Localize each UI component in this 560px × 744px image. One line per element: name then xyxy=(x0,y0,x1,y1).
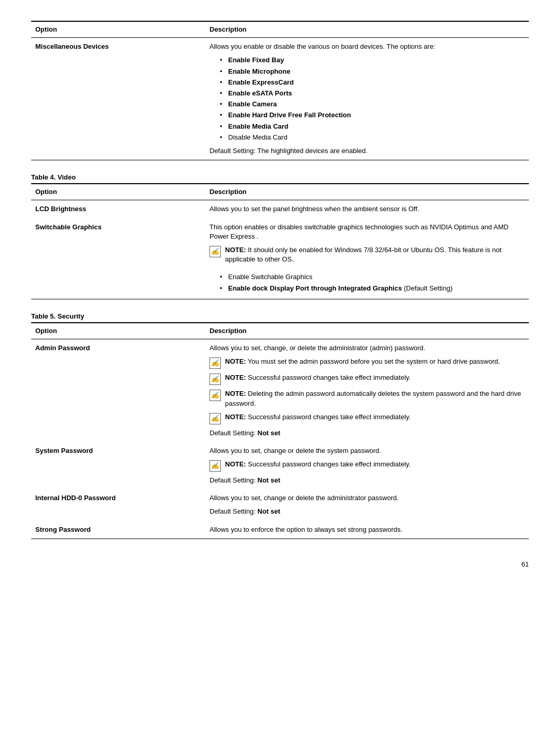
note-text: NOTE: Successful password changes take e… xyxy=(225,373,411,382)
note-text: NOTE: Successful password changes take e… xyxy=(225,460,411,469)
note-label: NOTE: xyxy=(225,413,246,421)
strong-pw-option: Strong Password xyxy=(31,521,205,539)
note-content: You must set the admin password before y… xyxy=(248,357,500,365)
lcd-option: LCD Brightness xyxy=(31,200,205,218)
misc-devices-table: Option Description Miscellaneous Devices… xyxy=(31,21,529,160)
note-text: NOTE: Deleting the admin password automa… xyxy=(225,389,525,408)
switchable-desc-text: This option enables or disables switchab… xyxy=(209,223,509,240)
list-item: Enable Microphone xyxy=(220,67,525,76)
hdd-pw-text: Allows you to set, change or delete the … xyxy=(209,494,399,502)
note-content: It should only be enabled for Windows 7/… xyxy=(225,246,501,263)
system-pw-text: Allows you to set, change or delete the … xyxy=(209,447,381,454)
note-box: ✍ NOTE: Successful password changes take… xyxy=(209,412,525,424)
misc-devices-intro: Allows you enable or disable the various… xyxy=(209,43,436,50)
table-row: Switchable Graphics This option enables … xyxy=(31,218,529,299)
note-content: Successful password changes take effect … xyxy=(248,460,411,468)
note-icon: ✍ xyxy=(209,390,221,401)
system-pw-default: Default Setting: Not set xyxy=(209,476,525,485)
switchable-desc: This option enables or disables switchab… xyxy=(205,218,529,299)
switchable-list: Enable Switchable Graphics Enable dock D… xyxy=(209,268,525,293)
note-label: NOTE: xyxy=(225,374,246,381)
system-pw-option: System Password xyxy=(31,442,205,489)
table-row: Strong Password Allows you to enforce th… xyxy=(31,521,529,539)
list-item: Enable Fixed Bay xyxy=(220,56,525,65)
hdd-pw-default: Default Setting: Not set xyxy=(209,507,525,516)
table-row: LCD Brightness Allows you to set the pan… xyxy=(31,200,529,218)
note-box: ✍ NOTE: You must set the admin password … xyxy=(209,357,525,369)
misc-default: Default Setting: The highlighted devices… xyxy=(209,146,525,156)
note-text: NOTE: Successful password changes take e… xyxy=(225,412,411,422)
switchable-option: Switchable Graphics xyxy=(31,218,205,299)
misc-devices-list: Enable Fixed Bay Enable Microphone Enabl… xyxy=(209,51,525,142)
note-box: ✍ NOTE: Successful password changes take… xyxy=(209,373,525,385)
list-item: Disable Media Card xyxy=(220,133,525,142)
strong-pw-desc: Allows you to enforce the option to alwa… xyxy=(205,521,529,539)
note-label: NOTE: xyxy=(225,390,246,397)
security-option-header: Option xyxy=(31,323,205,339)
hdd-pw-desc: Allows you to set, change or delete the … xyxy=(205,489,529,520)
note-content: Successful password changes take effect … xyxy=(248,374,411,381)
admin-pw-default: Default Setting: Not set xyxy=(209,429,525,438)
note-text: NOTE: You must set the admin password be… xyxy=(225,357,500,366)
security-desc-header: Description xyxy=(205,323,529,339)
admin-pw-desc: Allows you to set, change, or delete the… xyxy=(205,339,529,442)
security-table: Option Description Admin Password Allows… xyxy=(31,322,529,539)
hdd-pw-option: Internal HDD-0 Password xyxy=(31,489,205,520)
video-table: Option Description LCD Brightness Allows… xyxy=(31,183,529,299)
security-table-title: Table 5. Security xyxy=(31,312,529,322)
note-icon: ✍ xyxy=(209,374,221,385)
system-pw-desc: Allows you to set, change or delete the … xyxy=(205,442,529,489)
note-icon: ✍ xyxy=(209,357,221,369)
list-item: Enable dock Display Port through Integra… xyxy=(220,284,525,293)
admin-pw-text: Allows you to set, change, or delete the… xyxy=(209,344,425,352)
list-item: Enable Camera xyxy=(220,100,525,109)
note-label: NOTE: xyxy=(225,357,246,365)
note-icon: ✍ xyxy=(209,246,221,257)
table-row: System Password Allows you to set, chang… xyxy=(31,442,529,489)
video-option-header: Option xyxy=(31,184,205,200)
list-item: Enable Switchable Graphics xyxy=(220,272,525,282)
table-row: Admin Password Allows you to set, change… xyxy=(31,339,529,442)
list-item: Enable ExpressCard xyxy=(220,78,525,87)
table-row: Internal HDD-0 Password Allows you to se… xyxy=(31,489,529,520)
note-box: ✍ NOTE: Successful password changes take… xyxy=(209,460,525,472)
video-table-title: Table 4. Video xyxy=(31,173,529,183)
note-icon: ✍ xyxy=(209,460,221,472)
misc-devices-option: Miscellaneous Devices xyxy=(31,38,205,160)
list-item: Enable eSATA Ports xyxy=(220,89,525,98)
note-icon: ✍ xyxy=(209,413,221,424)
list-item: Enable Hard Drive Free Fall Protection xyxy=(220,111,525,120)
table-row: Miscellaneous Devices Allows you enable … xyxy=(31,38,529,160)
list-item: Enable Media Card xyxy=(220,122,525,131)
misc-devices-desc: Allows you enable or disable the various… xyxy=(205,38,529,160)
note-label: NOTE: xyxy=(225,460,246,468)
video-desc-header: Description xyxy=(205,184,529,200)
admin-pw-option: Admin Password xyxy=(31,339,205,442)
lcd-desc: Allows you to set the panel brightness w… xyxy=(205,200,529,218)
page-number: 61 xyxy=(31,560,529,569)
misc-desc-header: Description xyxy=(205,21,529,38)
note-content: Deleting the admin password automaticall… xyxy=(225,390,521,407)
note-label: NOTE: xyxy=(225,246,246,254)
misc-option-header: Option xyxy=(31,21,205,38)
note-content: Successful password changes take effect … xyxy=(248,413,411,421)
note-text: NOTE: It should only be enabled for Wind… xyxy=(225,245,525,264)
note-box: ✍ NOTE: It should only be enabled for Wi… xyxy=(209,245,525,264)
note-box: ✍ NOTE: Deleting the admin password auto… xyxy=(209,389,525,408)
